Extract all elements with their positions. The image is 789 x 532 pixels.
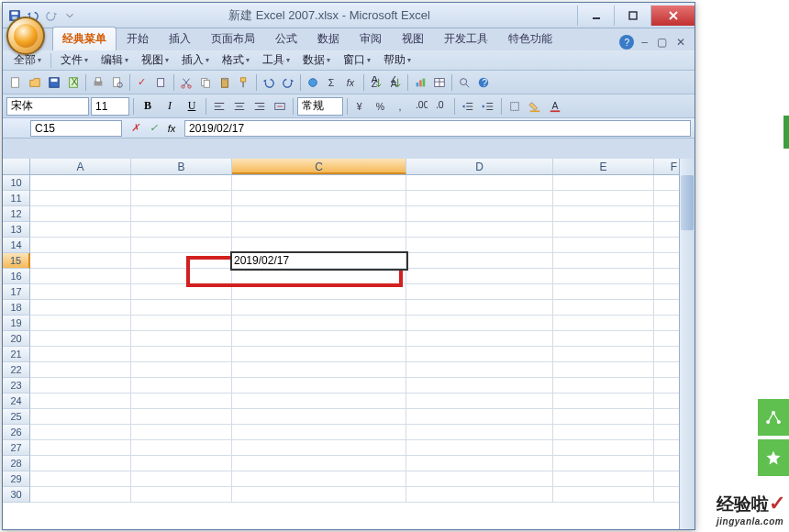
row-header-19[interactable]: 19 <box>3 316 30 331</box>
help-icon[interactable]: ? <box>619 35 634 50</box>
save-as-icon[interactable]: X <box>64 73 83 92</box>
maximize-button[interactable] <box>614 6 650 26</box>
cell-A15[interactable] <box>30 253 131 269</box>
tab-view[interactable]: 视图 <box>392 27 434 50</box>
cell-E19[interactable] <box>553 316 654 331</box>
insert-function-icon[interactable]: fx <box>164 121 179 136</box>
cell-A25[interactable] <box>30 409 131 425</box>
percent-icon[interactable]: % <box>372 97 390 116</box>
sort-desc-icon[interactable]: ZA <box>386 73 405 92</box>
format-painter-icon[interactable] <box>235 73 253 92</box>
cell-B22[interactable] <box>131 362 232 378</box>
row-header-21[interactable]: 21 <box>3 347 30 362</box>
row-header-10[interactable]: 10 <box>3 175 30 191</box>
cell-A20[interactable] <box>30 331 131 347</box>
cell-B23[interactable] <box>131 378 232 393</box>
bold-button[interactable]: B <box>138 97 158 116</box>
cell-D30[interactable] <box>406 487 553 503</box>
tab-review[interactable]: 审阅 <box>350 27 392 50</box>
confirm-edit-icon[interactable]: ✓ <box>146 121 161 136</box>
cell-A28[interactable] <box>30 456 131 471</box>
cell-C10[interactable] <box>232 175 406 191</box>
cell-D14[interactable] <box>406 238 553 253</box>
row-header-13[interactable]: 13 <box>3 222 30 238</box>
menu-data[interactable]: 数据▾ <box>297 50 336 70</box>
cell-B11[interactable] <box>131 191 232 206</box>
menu-insert[interactable]: 插入▾ <box>176 50 215 70</box>
cell-A14[interactable] <box>30 238 131 253</box>
cell-C12[interactable] <box>232 206 406 222</box>
cell-D19[interactable] <box>406 316 553 331</box>
cell-D10[interactable] <box>406 175 553 191</box>
chart-icon[interactable] <box>411 73 429 92</box>
cell-E18[interactable] <box>553 300 654 316</box>
cell-E26[interactable] <box>553 425 654 440</box>
cell-A26[interactable] <box>30 425 131 440</box>
cell-C19[interactable] <box>232 316 406 331</box>
cell-D27[interactable] <box>406 440 553 456</box>
cell-E22[interactable] <box>553 362 654 378</box>
cell-E17[interactable] <box>553 284 654 300</box>
cell-C20[interactable] <box>232 331 406 347</box>
sort-asc-icon[interactable]: AZ <box>367 73 385 92</box>
cell-A24[interactable] <box>30 393 131 409</box>
cell-C24[interactable] <box>232 393 406 409</box>
borders-icon[interactable] <box>506 97 524 116</box>
cell-D25[interactable] <box>406 409 553 425</box>
help-icon[interactable]: ? <box>474 73 493 92</box>
cell-A29[interactable] <box>30 471 131 487</box>
select-all-corner[interactable] <box>3 159 30 174</box>
cell-A18[interactable] <box>30 300 131 316</box>
font-color-icon[interactable]: A <box>546 97 564 116</box>
minimize-button[interactable] <box>577 6 614 26</box>
cell-E11[interactable] <box>553 191 654 206</box>
cell-E25[interactable] <box>553 409 654 425</box>
workbook-close-icon[interactable]: ✕ <box>674 34 687 50</box>
cell-D26[interactable] <box>406 425 553 440</box>
menu-help[interactable]: 帮助▾ <box>378 50 417 70</box>
menu-format[interactable]: 格式▾ <box>217 50 255 70</box>
scroll-thumb[interactable] <box>681 175 694 230</box>
row-header-26[interactable]: 26 <box>3 425 30 440</box>
cell-D15[interactable] <box>406 253 553 269</box>
redo-icon[interactable] <box>43 7 60 24</box>
tab-page-layout[interactable]: 页面布局 <box>201 27 265 50</box>
row-header-17[interactable]: 17 <box>3 284 30 300</box>
share-badge-icon[interactable] <box>758 399 789 436</box>
cell-B18[interactable] <box>131 300 232 316</box>
row-header-29[interactable]: 29 <box>3 471 30 487</box>
cancel-edit-icon[interactable]: ✗ <box>128 121 142 136</box>
row-header-23[interactable]: 23 <box>3 378 30 393</box>
cell-B16[interactable] <box>131 269 232 284</box>
row-header-28[interactable]: 28 <box>3 456 30 471</box>
cell-B26[interactable] <box>131 425 232 440</box>
cell-E27[interactable] <box>553 440 654 456</box>
print-preview-icon[interactable] <box>108 73 127 92</box>
cell-E14[interactable] <box>553 238 654 253</box>
cell-A21[interactable] <box>30 347 131 362</box>
tab-insert[interactable]: 插入 <box>159 27 201 50</box>
print-icon[interactable] <box>89 73 107 92</box>
workbook-restore-icon[interactable]: ▢ <box>655 34 669 50</box>
cell-C30[interactable] <box>232 487 406 503</box>
office-button[interactable] <box>6 17 45 55</box>
cell-B19[interactable] <box>131 316 232 331</box>
cell-C28[interactable] <box>232 456 406 471</box>
cell-C15[interactable]: 2019/02/17 <box>232 253 406 269</box>
cell-D13[interactable] <box>406 222 553 238</box>
cell-A12[interactable] <box>30 206 131 222</box>
menu-tools[interactable]: 工具▾ <box>257 50 295 70</box>
column-header-B[interactable]: B <box>131 159 232 174</box>
cell-B21[interactable] <box>131 347 232 362</box>
cell-D23[interactable] <box>406 378 553 393</box>
cell-C17[interactable] <box>232 284 406 300</box>
cell-B25[interactable] <box>131 409 232 425</box>
row-header-20[interactable]: 20 <box>3 331 30 347</box>
cell-E28[interactable] <box>553 456 654 471</box>
number-format-select[interactable] <box>297 97 343 116</box>
cell-C18[interactable] <box>232 300 406 316</box>
tab-home[interactable]: 开始 <box>117 27 159 50</box>
row-header-16[interactable]: 16 <box>3 269 30 284</box>
row-header-22[interactable]: 22 <box>3 362 30 378</box>
menu-file[interactable]: 文件▾ <box>55 50 94 70</box>
